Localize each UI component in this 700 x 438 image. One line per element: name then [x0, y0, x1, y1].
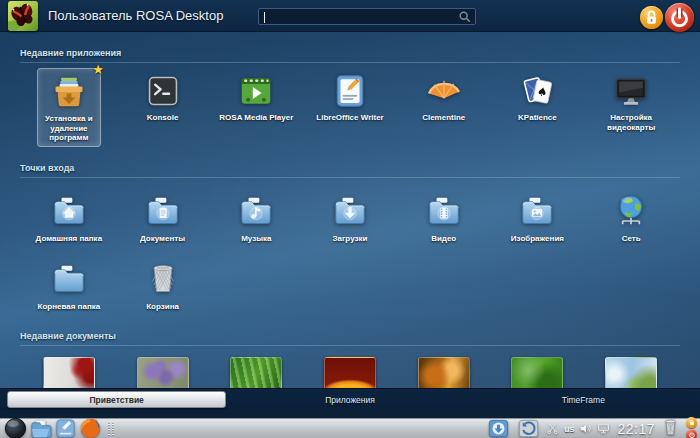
- section-header-recent-apps: Недавние приложения: [20, 42, 680, 63]
- butterfly-avatar-icon: [8, 1, 38, 31]
- shutdown-button[interactable]: [665, 3, 694, 32]
- text-caret: [264, 12, 265, 23]
- lock-mini-button[interactable]: [686, 417, 697, 428]
- document-item[interactable]: Nature5.jpg: [27, 353, 111, 388]
- app-label: ROSA Media Player: [219, 113, 293, 123]
- update-notifier-icon[interactable]: [517, 417, 540, 438]
- lock-screen-button[interactable]: [640, 6, 663, 29]
- tab[interactable]: Приветствие: [0, 389, 233, 410]
- app-item[interactable]: ROSA Media Player: [214, 68, 298, 147]
- app-label: LibreOffice Writer: [316, 113, 383, 123]
- tab-label: TimeFrame: [562, 395, 605, 405]
- app-label: Настройка видеокарты: [593, 113, 669, 132]
- system-tray: us 22:17: [486, 417, 697, 438]
- document-item[interactable]: Nature2.jpg: [308, 353, 392, 388]
- place-item[interactable]: Домашняя папка: [27, 187, 111, 247]
- place-icon: [424, 191, 464, 231]
- place-item[interactable]: Изображения: [495, 187, 579, 247]
- places-grid: Домашняя папка Документы Музыка Загрузки…: [0, 187, 700, 315]
- remote-screen-icon[interactable]: [597, 422, 610, 435]
- section-title: Точки входа: [20, 163, 74, 173]
- trash-icon: [662, 417, 679, 436]
- section-header-recent-docs: Недавние документы: [20, 325, 680, 346]
- document-item[interactable]: Nature3.jpg: [214, 353, 298, 388]
- tab[interactable]: TimeFrame: [467, 389, 700, 410]
- app-label: Установка и удаление программ: [42, 114, 96, 143]
- place-item[interactable]: Документы: [121, 187, 205, 247]
- place-icon: [143, 191, 183, 231]
- trash-applet[interactable]: [662, 417, 679, 438]
- place-label: Корзина: [146, 302, 179, 312]
- place-label: Музыка: [241, 234, 271, 244]
- app-item[interactable]: KPatience: [495, 68, 579, 147]
- volume-icon[interactable]: [579, 422, 592, 435]
- place-icon: [49, 259, 89, 299]
- app-label: KPatience: [518, 113, 557, 123]
- app-item[interactable]: Clementine: [402, 68, 486, 147]
- app-label: Clementine: [422, 113, 465, 123]
- clipboard-scissors-icon[interactable]: [546, 422, 559, 435]
- place-item[interactable]: Видео: [402, 187, 486, 247]
- place-icon: [49, 191, 89, 231]
- document-item[interactable]: Nature4.jpg: [121, 353, 205, 388]
- place-item[interactable]: Корзина: [121, 255, 205, 315]
- app-icon: [425, 72, 463, 110]
- lock-icon: [640, 6, 663, 29]
- download-tray-icon[interactable]: [487, 417, 510, 438]
- taskbar-panel: us 22:17: [0, 418, 700, 438]
- place-label: Изображения: [511, 234, 564, 244]
- firefox-icon[interactable]: [79, 417, 102, 438]
- app-icon: [518, 72, 556, 110]
- shutdown-mini-button[interactable]: [686, 429, 697, 438]
- search-box[interactable]: [258, 8, 476, 25]
- app-icon: [144, 72, 182, 110]
- recent-apps-grid: Установка и удаление программ Konsole RO…: [0, 68, 700, 147]
- place-icon: [611, 191, 651, 231]
- app-item[interactable]: LibreOffice Writer: [308, 68, 392, 147]
- tab-label: Приложения: [325, 395, 375, 405]
- search-input[interactable]: [259, 9, 458, 24]
- tab[interactable]: Приложения: [233, 389, 466, 410]
- place-item[interactable]: Музыка: [214, 187, 298, 247]
- taskbar: us 22:17: [0, 410, 700, 438]
- panel-separator-handle[interactable]: [107, 422, 115, 436]
- place-icon: [143, 259, 183, 299]
- document-item[interactable]: Nature7.jpg: [589, 353, 673, 388]
- user-avatar[interactable]: [8, 1, 38, 31]
- section-title: Недавние приложения: [20, 48, 121, 58]
- welcome-content: Недавние приложения Установка и удаление…: [0, 32, 700, 388]
- document-thumbnail: [418, 357, 470, 388]
- session-mini-buttons: [686, 417, 697, 438]
- document-item[interactable]: Nature6.jpg: [495, 353, 579, 388]
- search-icon: [458, 10, 472, 24]
- section-header-places: Точки входа: [20, 157, 680, 178]
- place-label: Сеть: [622, 234, 641, 244]
- app-item[interactable]: Установка и удаление программ: [37, 68, 101, 147]
- rosa-launcher-icon[interactable]: [4, 417, 27, 438]
- document-thumbnail: [324, 357, 376, 388]
- clock[interactable]: 22:17: [617, 421, 655, 437]
- place-label: Видео: [431, 234, 456, 244]
- text-editor-icon[interactable]: [54, 417, 77, 438]
- document-item[interactable]: Nature1.jpg: [402, 353, 486, 388]
- file-manager-icon[interactable]: [29, 417, 52, 438]
- place-label: Загрузки: [333, 234, 368, 244]
- app-icon: [50, 73, 88, 111]
- tab-label: Приветствие: [7, 391, 226, 408]
- favorite-star-icon: [92, 62, 104, 77]
- document-thumbnail: [230, 357, 282, 388]
- lock-icon: [688, 419, 696, 427]
- place-label: Домашняя папка: [36, 234, 102, 244]
- keyboard-layout-indicator[interactable]: us: [564, 424, 575, 434]
- document-thumbnail: [605, 357, 657, 388]
- app-item[interactable]: Настройка видеокарты: [589, 68, 673, 147]
- document-thumbnail: [43, 357, 95, 388]
- place-item[interactable]: Сеть: [589, 187, 673, 247]
- rosa-welcome-screen: Пользователь ROSA Desktop: [0, 0, 700, 438]
- power-icon: [665, 3, 694, 32]
- user-session-title: Пользователь ROSA Desktop: [48, 8, 223, 23]
- place-item[interactable]: Корневая папка: [27, 255, 111, 315]
- app-item[interactable]: Konsole: [121, 68, 205, 147]
- place-item[interactable]: Загрузки: [308, 187, 392, 247]
- place-label: Корневая папка: [38, 302, 101, 312]
